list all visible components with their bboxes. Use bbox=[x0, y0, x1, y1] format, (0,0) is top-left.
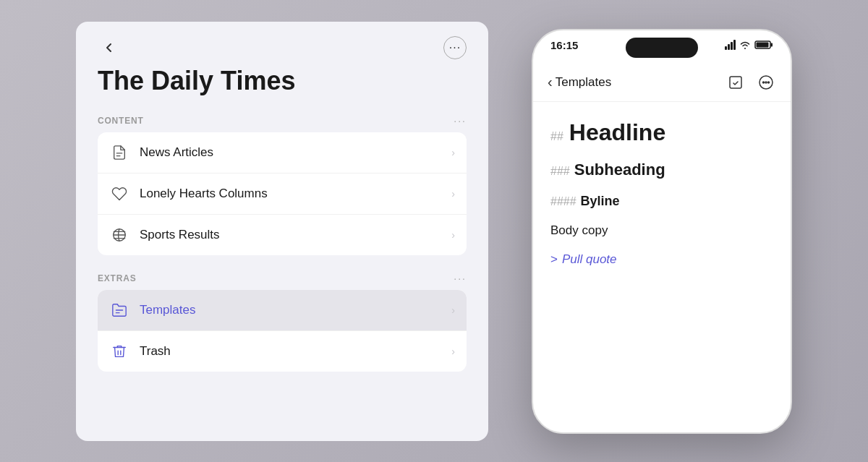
chevron-right-icon: › bbox=[451, 346, 455, 357]
phone-content: ## Headline ### Subheading #### Byline B… bbox=[533, 102, 791, 284]
headline-prefix: ## bbox=[550, 130, 563, 143]
back-button[interactable] bbox=[98, 36, 121, 59]
byline-prefix: #### bbox=[550, 195, 576, 208]
sports-icon bbox=[109, 225, 129, 245]
menu-item-trash[interactable]: Trash › bbox=[98, 331, 467, 372]
svg-point-12 bbox=[768, 82, 770, 83]
chevron-right-icon: › bbox=[451, 188, 455, 200]
extras-menu-list: Templates › Trash › bbox=[98, 290, 467, 372]
compose-button[interactable] bbox=[726, 72, 746, 93]
panel-nav: ··· bbox=[98, 36, 467, 59]
subheading-text[interactable]: Subheading bbox=[574, 161, 665, 179]
phone-back-button[interactable]: ‹ Templates bbox=[548, 74, 611, 90]
template-subheading: ### Subheading bbox=[550, 161, 773, 179]
content-section-more[interactable]: ··· bbox=[454, 115, 467, 127]
battery-icon bbox=[754, 40, 773, 50]
svg-rect-7 bbox=[757, 43, 769, 48]
templates-label: Templates bbox=[140, 303, 451, 317]
svg-rect-6 bbox=[771, 43, 773, 47]
phone-container: 16:15 bbox=[532, 29, 792, 434]
chevron-right-icon: › bbox=[451, 229, 455, 241]
svg-point-10 bbox=[763, 82, 765, 83]
pull-quote-text[interactable]: Pull quote bbox=[562, 252, 617, 267]
left-panel: ··· The Daily Times CONTENT ··· bbox=[76, 22, 488, 441]
more-options-button[interactable]: ··· bbox=[443, 36, 467, 59]
content-menu-list: News Articles › Lonely Hearts Columns › bbox=[98, 132, 467, 255]
phone-nav-back-label: Templates bbox=[556, 75, 611, 90]
extras-section-label: EXTRAS bbox=[98, 273, 136, 283]
sports-results-label: Sports Results bbox=[140, 228, 451, 242]
heart-icon bbox=[109, 184, 129, 204]
phone-nav-actions bbox=[726, 72, 776, 93]
dynamic-island bbox=[626, 38, 698, 58]
doc-icon bbox=[109, 142, 129, 163]
extras-section-header: EXTRAS ··· bbox=[98, 273, 467, 284]
signal-icon bbox=[725, 40, 736, 50]
scene: ··· The Daily Times CONTENT ··· bbox=[0, 0, 868, 462]
svg-rect-8 bbox=[730, 77, 741, 88]
menu-item-news-articles[interactable]: News Articles › bbox=[98, 132, 467, 174]
template-byline: #### Byline bbox=[550, 194, 773, 209]
subheading-prefix: ### bbox=[550, 165, 570, 178]
trash-icon bbox=[109, 341, 129, 362]
panel-title: The Daily Times bbox=[98, 67, 467, 95]
phone-time: 16:15 bbox=[550, 39, 578, 51]
phone: 16:15 bbox=[532, 29, 792, 434]
phone-nav-bar: ‹ Templates bbox=[533, 67, 791, 102]
chevron-right-icon: › bbox=[451, 147, 455, 158]
trash-label: Trash bbox=[140, 344, 451, 359]
content-section-label: CONTENT bbox=[98, 116, 144, 126]
svg-point-11 bbox=[765, 82, 767, 83]
menu-item-lonely-hearts[interactable]: Lonely Hearts Columns › bbox=[98, 174, 467, 215]
news-articles-label: News Articles bbox=[140, 145, 451, 160]
headline-text[interactable]: Headline bbox=[569, 119, 665, 146]
menu-item-templates[interactable]: Templates › bbox=[98, 290, 467, 331]
lonely-hearts-label: Lonely Hearts Columns bbox=[140, 187, 451, 201]
wifi-icon bbox=[739, 40, 751, 50]
status-icons bbox=[725, 40, 773, 50]
folder-icon bbox=[109, 300, 129, 320]
menu-item-sports-results[interactable]: Sports Results › bbox=[98, 215, 467, 255]
extras-section-more[interactable]: ··· bbox=[454, 273, 467, 284]
chevron-right-icon: › bbox=[451, 304, 455, 316]
template-pull-quote: > Pull quote bbox=[550, 252, 773, 267]
pull-quote-chevron: > bbox=[550, 252, 558, 267]
template-headline: ## Headline bbox=[550, 119, 773, 146]
template-body[interactable]: Body copy bbox=[550, 223, 773, 238]
back-chevron-icon: ‹ bbox=[548, 74, 553, 90]
byline-text[interactable]: Byline bbox=[581, 194, 620, 209]
more-options-icon[interactable] bbox=[756, 72, 776, 93]
content-section-header: CONTENT ··· bbox=[98, 115, 467, 127]
